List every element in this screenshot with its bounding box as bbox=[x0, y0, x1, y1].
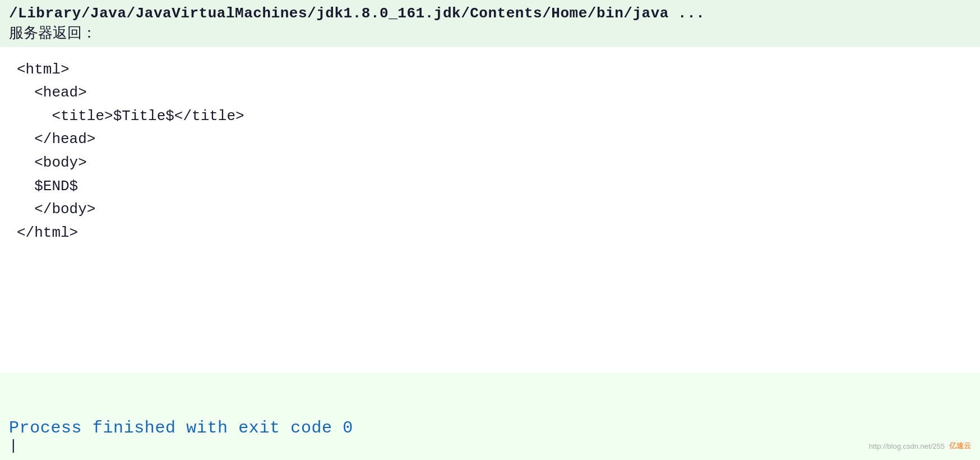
server-return-label: 服务器返回： bbox=[9, 25, 971, 44]
process-finished-line: Process finished with exit code 0 bbox=[9, 418, 971, 438]
code-block: <html> <head> <title>$Title$</title> </h… bbox=[17, 58, 963, 245]
bottom-bar: Process finished with exit code 0 | bbox=[0, 410, 980, 460]
code-line-3: <title>$Title$</title> bbox=[17, 108, 244, 125]
code-line-7: </body> bbox=[17, 201, 95, 218]
code-line-5: <body> bbox=[17, 154, 87, 171]
code-line-1: <html> bbox=[17, 61, 70, 78]
cursor-line: | bbox=[9, 438, 971, 454]
watermark-brand: 亿速云 bbox=[949, 441, 971, 451]
watermark: http://blog.csdn.net/255 亿速云 bbox=[869, 441, 971, 451]
path-line: /Library/Java/JavaVirtualMachines/jdk1.8… bbox=[9, 4, 971, 24]
code-line-4: </head> bbox=[17, 131, 95, 148]
code-line-6: $END$ bbox=[17, 178, 78, 195]
content-area: <html> <head> <title>$Title$</title> </h… bbox=[0, 47, 980, 372]
code-line-2: <head> bbox=[17, 84, 87, 101]
top-bar: /Library/Java/JavaVirtualMachines/jdk1.8… bbox=[0, 0, 980, 47]
code-line-8: </html> bbox=[17, 224, 78, 241]
watermark-site: http://blog.csdn.net/255 bbox=[869, 442, 945, 450]
main-container: /Library/Java/JavaVirtualMachines/jdk1.8… bbox=[0, 0, 980, 460]
